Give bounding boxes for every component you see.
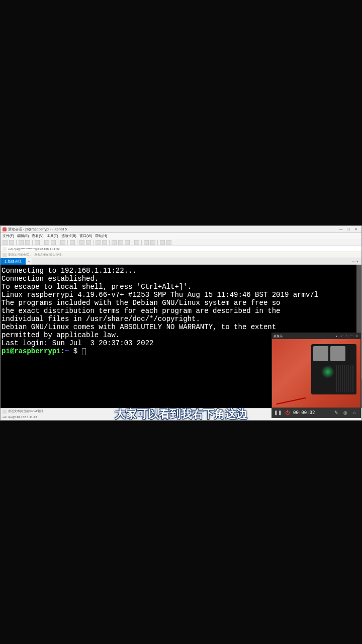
- toolbar-sep: [93, 240, 94, 245]
- camera-minimize-button[interactable]: —: [349, 334, 354, 338]
- globe-icon: [3, 247, 7, 251]
- toolbar-sep: [58, 240, 58, 245]
- toolbar-sep: [16, 240, 17, 245]
- new-tab-button[interactable]: +: [26, 258, 32, 265]
- raspberry-pi-device: [311, 344, 356, 394]
- toolbar-sep: [67, 240, 68, 245]
- term-line: individual files in /usr/share/doc/*/cop…: [2, 315, 360, 323]
- ontop-button[interactable]: [125, 240, 130, 245]
- transparency-button[interactable]: [118, 240, 123, 245]
- copy-button[interactable]: [44, 240, 49, 245]
- device-heatsink: [336, 365, 353, 392]
- lock-button[interactable]: [134, 240, 139, 245]
- camera-up-button[interactable]: ↑: [344, 334, 349, 338]
- menu-window[interactable]: 窗口(W): [79, 233, 92, 238]
- term-line: Linux raspberrypi 4.19.66-v7+ #1253 SMP …: [2, 291, 360, 299]
- paste-button[interactable]: [51, 240, 56, 245]
- camera-controls: ❚❚ ⏻ 00:00:02 ✎ ◎ ⌂: [272, 408, 360, 418]
- toolbar-sep: [42, 240, 42, 245]
- tab-menu-button[interactable]: ⋯ ▾: [349, 258, 361, 265]
- tab-label: 1 新建会话: [5, 259, 22, 264]
- toolbar-sep: [132, 240, 132, 245]
- maximize-button[interactable]: ☐: [345, 227, 352, 232]
- home-icon[interactable]: ⌂: [351, 410, 357, 416]
- video-subtitle: 大家可以看到我右下角这边: [115, 407, 247, 422]
- hint-icon: [3, 253, 7, 257]
- reconnect-button[interactable]: [19, 240, 24, 245]
- window-title: 新建会话 - pi@raspberrypi - - Xshell 5: [8, 227, 67, 232]
- camera-pin-button[interactable]: ▴: [334, 334, 339, 338]
- pause-button[interactable]: ❚❚: [275, 410, 281, 416]
- disconnect-button[interactable]: [25, 240, 30, 245]
- prompt-colon: :: [61, 347, 65, 355]
- address-text: ssh://pi@************@192.168.1.11:22: [8, 248, 60, 251]
- term-line: Debian GNU/Linux comes with ABSOLUTELY N…: [2, 323, 360, 331]
- hint-text-1: 要添加当前会话，: [8, 253, 32, 257]
- toolbar: [1, 239, 361, 246]
- term-line: To escape to local shell, press 'Ctrl+Al…: [2, 283, 360, 291]
- camera-window[interactable]: 摄像头 ▴ ⤢ ↑ — ✕ ❚❚ ⏻ 00:00:02 ✎ ◎ ⌂: [272, 333, 361, 418]
- term-line: Connection established.: [2, 275, 360, 283]
- tab-bar: 1 新建会话 + ⋯ ▾: [1, 258, 361, 265]
- snapshot-icon[interactable]: ◎: [342, 410, 348, 416]
- camera-timer: 00:00:02: [293, 410, 315, 415]
- toolbar-sep: [141, 240, 142, 245]
- menu-edit[interactable]: 编辑(E): [17, 233, 29, 238]
- prompt-user: pi@raspberrypi: [2, 347, 61, 355]
- term-line: The programs included with the Debian GN…: [2, 299, 360, 307]
- hint-text-2: 点击左侧的箭头按钮。: [34, 253, 64, 257]
- minimize-button[interactable]: —: [337, 227, 344, 232]
- open-button[interactable]: [9, 240, 14, 245]
- toolbar-sep: [157, 240, 158, 245]
- about-button[interactable]: [166, 240, 171, 245]
- menu-tools[interactable]: 工具(T): [47, 233, 58, 238]
- term-line: Connecting to 192.168.1.11:22...: [2, 267, 360, 275]
- help-button[interactable]: [160, 240, 165, 245]
- menu-file[interactable]: 文件(F): [3, 233, 14, 238]
- device-wire: [276, 397, 306, 405]
- toolbar-sep: [77, 240, 77, 245]
- hint-bar: 要添加当前会话， 点击左侧的箭头按钮。: [1, 252, 361, 258]
- prompt-dollar: $: [69, 347, 81, 355]
- address-bar[interactable]: ssh://pi@************@192.168.1.11:22: [1, 246, 361, 252]
- camera-title: 摄像头: [274, 334, 283, 339]
- term-line: the exact distribution terms for each pr…: [2, 307, 360, 315]
- camera-expand-button[interactable]: ⤢: [339, 334, 344, 338]
- titlebar[interactable]: 新建会话 - pi@raspberrypi - - Xshell 5 — ☐ ✕: [1, 226, 361, 233]
- compose-button[interactable]: [150, 240, 155, 245]
- edit-icon[interactable]: ✎: [333, 410, 339, 416]
- compose-label: 发送文本到当前Xshell窗口: [8, 409, 43, 414]
- menu-tabs[interactable]: 选项卡(B): [61, 233, 76, 238]
- print-button[interactable]: [70, 240, 75, 245]
- xftp-button[interactable]: [96, 240, 101, 245]
- letterbox-bottom: [0, 421, 362, 644]
- tool-button[interactable]: [102, 240, 107, 245]
- toolbar-sep: [32, 240, 33, 245]
- color-button[interactable]: [86, 240, 91, 245]
- terminal-cursor: [82, 348, 86, 355]
- app-icon: [3, 227, 7, 231]
- camera-close-button[interactable]: ✕: [354, 334, 359, 338]
- new-session-button[interactable]: [3, 240, 8, 245]
- menu-view[interactable]: 查看(V): [32, 233, 43, 238]
- record-button[interactable]: ⏻: [284, 410, 290, 416]
- camera-feed: [272, 339, 360, 408]
- font-button[interactable]: [79, 240, 84, 245]
- camera-sep: [318, 410, 318, 416]
- fullscreen-button[interactable]: [112, 240, 117, 245]
- status-connection: ssh://pi@192.168.1.11:22: [3, 416, 37, 419]
- compose-icon: [3, 410, 7, 414]
- letterbox-top: [0, 0, 362, 225]
- close-button[interactable]: ✕: [352, 227, 359, 232]
- menu-help[interactable]: 帮助(H): [95, 233, 107, 238]
- properties-button[interactable]: [35, 240, 40, 245]
- toolbar-sep: [109, 240, 110, 245]
- menubar: 文件(F) 编辑(E) 查看(V) 工具(T) 选项卡(B) 窗口(W) 帮助(…: [1, 233, 361, 239]
- find-button[interactable]: [60, 240, 65, 245]
- camera-titlebar[interactable]: 摄像头 ▴ ⤢ ↑ — ✕: [272, 333, 360, 339]
- session-tab-active[interactable]: 1 新建会话: [1, 258, 26, 265]
- device-fan: [321, 365, 334, 378]
- script-button[interactable]: [144, 240, 149, 245]
